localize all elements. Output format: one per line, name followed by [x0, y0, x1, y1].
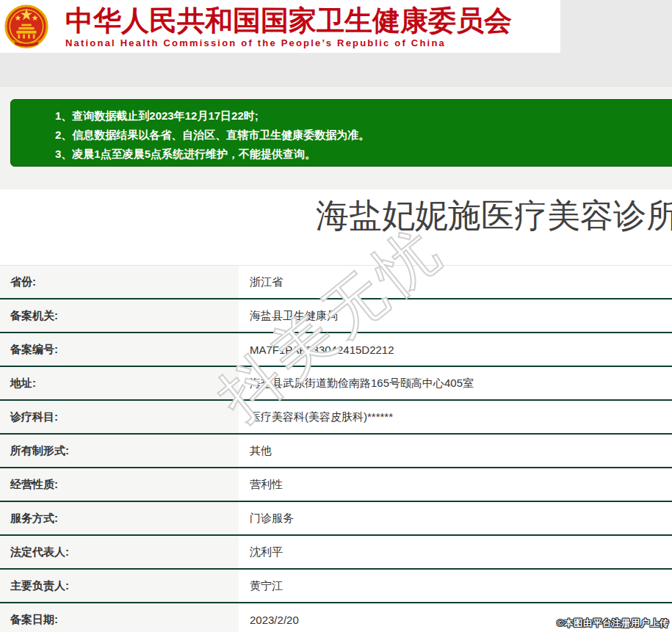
notice-item: 2、信息数据结果以各省、自治区、直辖市卫生健康委数据为准。	[55, 126, 672, 145]
table-row-filing-authority: 备案机关: 海盐县卫生健康局	[0, 299, 672, 333]
field-value: 门诊服务	[239, 502, 672, 534]
table-row-legal-representative: 法定代表人: 沈利平	[0, 536, 672, 570]
table-row-clinical-departments: 诊疗科目: 医疗美容科(美容皮肤科)******	[0, 401, 672, 435]
field-label: 省份:	[0, 266, 239, 298]
result-section: 海盐妃妮施医疗美容诊所 省份: 浙江省 备案机关: 海盐县卫生健康局 备案编号:…	[0, 198, 672, 632]
table-row-filing-number: 备案编号: MA7F1PAP533042415D2212	[0, 333, 672, 367]
field-value: 海盐县武原街道勤俭南路165号颐高中心405室	[239, 367, 672, 399]
field-label: 服务方式:	[0, 502, 239, 534]
site-header: 中华人民共和国国家卫生健康委员会 National Health Commiss…	[0, 0, 560, 53]
field-label: 经营性质:	[0, 468, 239, 501]
field-label: 备案机关:	[0, 299, 239, 332]
site-title-english: National Health Commission of the People…	[65, 37, 512, 48]
upload-attribution-badge: ©本图由平台注册用户上传	[557, 617, 669, 630]
field-label: 备案日期:	[0, 603, 239, 632]
field-label: 地址:	[0, 367, 239, 399]
notice-item: 1、查询数据截止到2023年12月17日22时;	[55, 106, 672, 126]
field-label: 备案编号:	[0, 333, 239, 366]
field-label: 主要负责人:	[0, 570, 239, 602]
top-gray-band: 中华人民共和国国家卫生健康委员会 National Health Commiss…	[0, 0, 672, 86]
field-value: MA7F1PAP533042415D2212	[239, 333, 672, 366]
national-emblem-icon	[4, 3, 49, 51]
table-row-business-nature: 经营性质: 营利性	[0, 468, 672, 502]
notice-box: 1、查询数据截止到2023年12月17日22时; 2、信息数据结果以各省、自治区…	[10, 99, 672, 167]
field-label: 诊疗科目:	[0, 401, 239, 433]
field-label: 所有制形式:	[0, 435, 239, 467]
table-row-main-person-in-charge: 主要负责人: 黄宁江	[0, 570, 672, 603]
field-value: 沈利平	[239, 536, 672, 568]
registration-info-table: 省份: 浙江省 备案机关: 海盐县卫生健康局 备案编号: MA7F1PAP533…	[0, 265, 672, 632]
table-row-province: 省份: 浙江省	[0, 266, 672, 299]
notice-band: 1、查询数据截止到2023年12月17日22时; 2、信息数据结果以各省、自治区…	[0, 86, 672, 189]
field-value: 营利性	[239, 468, 672, 501]
site-title-chinese: 中华人民共和国国家卫生健康委员会	[65, 6, 512, 35]
table-row-address: 地址: 海盐县武原街道勤俭南路165号颐高中心405室	[0, 367, 672, 401]
clinic-name-title: 海盐妃妮施医疗美容诊所	[316, 198, 672, 233]
table-row-service-mode: 服务方式: 门诊服务	[0, 502, 672, 536]
field-value: 其他	[239, 435, 672, 467]
notice-item: 3、凌晨1点至凌晨5点系统进行维护，不能提供查询。	[55, 145, 672, 164]
field-value: 海盐县卫生健康局	[239, 299, 672, 332]
field-value: 黄宁江	[239, 570, 672, 602]
field-label: 法定代表人:	[0, 536, 239, 568]
field-value: 医疗美容科(美容皮肤科)******	[239, 401, 672, 433]
field-value: 浙江省	[239, 266, 672, 298]
table-row-ownership-type: 所有制形式: 其他	[0, 435, 672, 468]
